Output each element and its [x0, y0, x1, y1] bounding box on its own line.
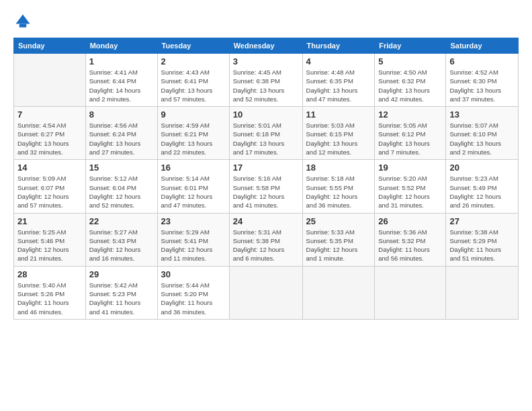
day-cell: 19Sunrise: 5:20 AM Sunset: 5:52 PM Dayli… [375, 160, 446, 213]
day-number: 7 [17, 109, 82, 120]
day-number: 27 [449, 216, 515, 226]
calendar: SundayMondayTuesdayWednesdayThursdayFrid… [13, 38, 519, 320]
day-cell: 16Sunrise: 5:14 AM Sunset: 6:01 PM Dayli… [157, 160, 229, 213]
day-info: Sunrise: 4:52 AM Sunset: 6:30 PM Dayligh… [449, 68, 515, 103]
day-cell: 12Sunrise: 5:05 AM Sunset: 6:12 PM Dayli… [375, 107, 446, 160]
day-cell: 3Sunrise: 4:45 AM Sunset: 6:38 PM Daylig… [229, 54, 302, 107]
day-number: 6 [449, 56, 515, 66]
day-cell: 1Sunrise: 4:41 AM Sunset: 6:44 PM Daylig… [85, 54, 157, 107]
day-info: Sunrise: 5:38 AM Sunset: 5:29 PM Dayligh… [449, 228, 515, 263]
day-number: 29 [89, 269, 154, 279]
day-info: Sunrise: 5:20 AM Sunset: 5:52 PM Dayligh… [378, 174, 442, 210]
day-info: Sunrise: 5:18 AM Sunset: 5:55 PM Dayligh… [306, 174, 371, 210]
day-info: Sunrise: 5:07 AM Sunset: 6:10 PM Dayligh… [449, 121, 515, 156]
day-number: 21 [17, 216, 82, 226]
header [13, 12, 519, 31]
day-cell: 23Sunrise: 5:29 AM Sunset: 5:41 PM Dayli… [157, 213, 229, 266]
day-cell: 22Sunrise: 5:27 AM Sunset: 5:43 PM Dayli… [85, 213, 157, 266]
weekday-header-thursday: Thursday [302, 38, 375, 54]
page: SundayMondayTuesdayWednesdayThursdayFrid… [0, 0, 532, 411]
day-number: 3 [233, 56, 299, 66]
day-cell [375, 266, 446, 319]
day-info: Sunrise: 5:33 AM Sunset: 5:35 PM Dayligh… [306, 228, 371, 263]
day-cell: 4Sunrise: 4:48 AM Sunset: 6:35 PM Daylig… [302, 54, 375, 107]
day-number: 17 [233, 163, 299, 173]
weekday-header-saturday: Saturday [446, 38, 519, 54]
day-info: Sunrise: 5:29 AM Sunset: 5:41 PM Dayligh… [161, 228, 226, 263]
day-cell: 7Sunrise: 4:54 AM Sunset: 6:27 PM Daylig… [14, 107, 86, 160]
day-cell: 24Sunrise: 5:31 AM Sunset: 5:38 PM Dayli… [229, 213, 302, 266]
day-cell: 29Sunrise: 5:42 AM Sunset: 5:23 PM Dayli… [85, 266, 157, 319]
day-number: 8 [89, 109, 154, 120]
day-number: 9 [161, 109, 226, 120]
day-number: 11 [306, 109, 371, 120]
day-number: 10 [233, 109, 299, 120]
day-cell: 25Sunrise: 5:33 AM Sunset: 5:35 PM Dayli… [302, 213, 375, 266]
day-cell: 20Sunrise: 5:23 AM Sunset: 5:49 PM Dayli… [446, 160, 519, 213]
day-number: 1 [89, 56, 154, 66]
day-number: 20 [449, 163, 515, 173]
day-number: 14 [17, 163, 82, 173]
day-info: Sunrise: 5:16 AM Sunset: 5:58 PM Dayligh… [233, 174, 299, 210]
day-cell: 28Sunrise: 5:40 AM Sunset: 5:26 PM Dayli… [14, 266, 86, 319]
day-cell: 17Sunrise: 5:16 AM Sunset: 5:58 PM Dayli… [229, 160, 302, 213]
day-cell: 18Sunrise: 5:18 AM Sunset: 5:55 PM Dayli… [302, 160, 375, 213]
day-info: Sunrise: 5:27 AM Sunset: 5:43 PM Dayligh… [89, 228, 154, 263]
day-cell: 5Sunrise: 4:50 AM Sunset: 6:32 PM Daylig… [375, 54, 446, 107]
day-info: Sunrise: 5:09 AM Sunset: 6:07 PM Dayligh… [17, 174, 82, 210]
week-row-1: 7Sunrise: 4:54 AM Sunset: 6:27 PM Daylig… [14, 107, 519, 160]
day-cell [446, 266, 519, 319]
weekday-header-tuesday: Tuesday [157, 38, 229, 54]
day-info: Sunrise: 4:45 AM Sunset: 6:38 PM Dayligh… [233, 68, 299, 103]
day-info: Sunrise: 5:42 AM Sunset: 5:23 PM Dayligh… [89, 281, 154, 316]
day-info: Sunrise: 4:48 AM Sunset: 6:35 PM Dayligh… [306, 68, 371, 103]
logo [13, 12, 35, 31]
day-cell: 11Sunrise: 5:03 AM Sunset: 6:15 PM Dayli… [302, 107, 375, 160]
weekday-header-friday: Friday [375, 38, 446, 54]
day-info: Sunrise: 5:12 AM Sunset: 6:04 PM Dayligh… [89, 174, 154, 210]
weekday-header-monday: Monday [85, 38, 157, 54]
day-cell: 26Sunrise: 5:36 AM Sunset: 5:32 PM Dayli… [375, 213, 446, 266]
day-info: Sunrise: 4:54 AM Sunset: 6:27 PM Dayligh… [17, 121, 82, 156]
day-cell: 9Sunrise: 4:59 AM Sunset: 6:21 PM Daylig… [157, 107, 229, 160]
day-cell: 13Sunrise: 5:07 AM Sunset: 6:10 PM Dayli… [446, 107, 519, 160]
week-row-0: 1Sunrise: 4:41 AM Sunset: 6:44 PM Daylig… [14, 54, 519, 107]
day-info: Sunrise: 4:56 AM Sunset: 6:24 PM Dayligh… [89, 121, 154, 156]
week-row-4: 28Sunrise: 5:40 AM Sunset: 5:26 PM Dayli… [14, 266, 519, 319]
day-cell [229, 266, 302, 319]
day-info: Sunrise: 5:44 AM Sunset: 5:20 PM Dayligh… [161, 281, 226, 316]
day-number: 28 [17, 269, 82, 279]
day-number: 4 [306, 56, 371, 66]
day-cell: 10Sunrise: 5:01 AM Sunset: 6:18 PM Dayli… [229, 107, 302, 160]
day-number: 18 [306, 163, 371, 173]
svg-rect-1 [19, 24, 27, 28]
day-info: Sunrise: 5:03 AM Sunset: 6:15 PM Dayligh… [306, 121, 371, 156]
day-info: Sunrise: 5:05 AM Sunset: 6:12 PM Dayligh… [378, 121, 442, 156]
day-cell [302, 266, 375, 319]
day-info: Sunrise: 5:01 AM Sunset: 6:18 PM Dayligh… [233, 121, 299, 156]
day-cell: 6Sunrise: 4:52 AM Sunset: 6:30 PM Daylig… [446, 54, 519, 107]
day-cell: 14Sunrise: 5:09 AM Sunset: 6:07 PM Dayli… [14, 160, 86, 213]
day-info: Sunrise: 5:40 AM Sunset: 5:26 PM Dayligh… [17, 281, 82, 316]
day-number: 19 [378, 163, 442, 173]
day-cell [14, 54, 86, 107]
svg-marker-0 [16, 15, 30, 24]
day-info: Sunrise: 4:50 AM Sunset: 6:32 PM Dayligh… [378, 68, 442, 103]
day-number: 25 [306, 216, 371, 226]
day-number: 13 [449, 109, 515, 120]
day-cell: 30Sunrise: 5:44 AM Sunset: 5:20 PM Dayli… [157, 266, 229, 319]
day-cell: 27Sunrise: 5:38 AM Sunset: 5:29 PM Dayli… [446, 213, 519, 266]
day-number: 23 [161, 216, 226, 226]
weekday-header-row: SundayMondayTuesdayWednesdayThursdayFrid… [14, 38, 519, 54]
day-info: Sunrise: 5:31 AM Sunset: 5:38 PM Dayligh… [233, 228, 299, 263]
day-info: Sunrise: 4:43 AM Sunset: 6:41 PM Dayligh… [161, 68, 226, 103]
day-number: 24 [233, 216, 299, 226]
logo-icon [13, 12, 32, 31]
day-info: Sunrise: 5:25 AM Sunset: 5:46 PM Dayligh… [17, 228, 82, 263]
week-row-2: 14Sunrise: 5:09 AM Sunset: 6:07 PM Dayli… [14, 160, 519, 213]
day-number: 22 [89, 216, 154, 226]
day-cell: 2Sunrise: 4:43 AM Sunset: 6:41 PM Daylig… [157, 54, 229, 107]
weekday-header-wednesday: Wednesday [229, 38, 302, 54]
day-info: Sunrise: 5:36 AM Sunset: 5:32 PM Dayligh… [378, 228, 442, 263]
day-info: Sunrise: 5:14 AM Sunset: 6:01 PM Dayligh… [161, 174, 226, 210]
